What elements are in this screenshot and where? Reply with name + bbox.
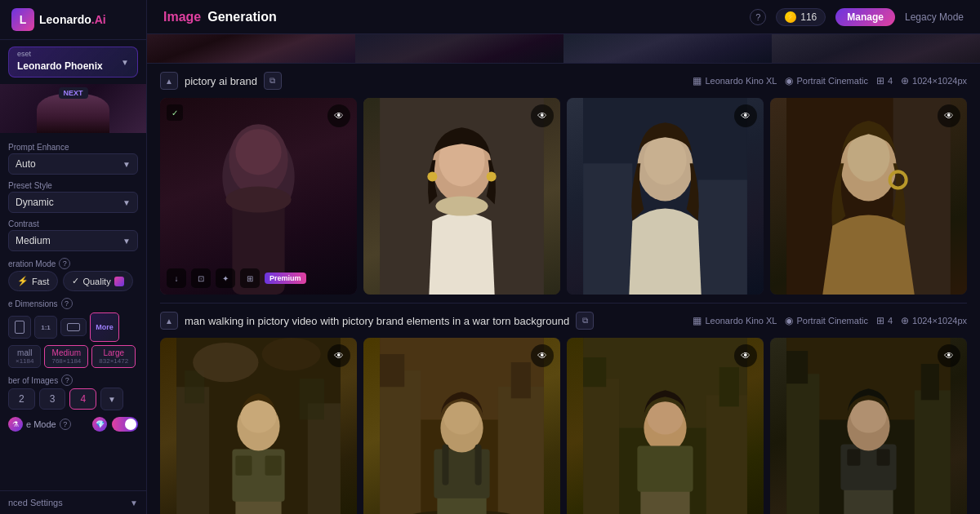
svg-rect-37 <box>380 354 404 387</box>
dims-value-2: 1024×1024px <box>912 316 967 326</box>
contrast-select[interactable]: Medium ▼ <box>8 230 138 251</box>
dim-landscape-button[interactable] <box>60 318 87 336</box>
dimension-icons-row: 1:1 More <box>8 312 138 342</box>
count-3-button[interactable]: 3 <box>39 388 66 410</box>
grid-tool-1[interactable]: ⊞ <box>240 268 260 288</box>
svg-rect-68 <box>877 450 890 466</box>
size-large-dim: 832×1472 <box>99 357 128 365</box>
size-medium-label: Medium <box>52 348 82 357</box>
size-medium-button[interactable]: Medium 768×1184 <box>44 345 88 368</box>
count-dropdown-button[interactable]: ▼ <box>100 388 123 410</box>
style-icon-2: ◉ <box>785 315 793 326</box>
dim-square-button[interactable]: 1:1 <box>34 316 57 339</box>
alchemy-info-icon[interactable]: ? <box>60 419 71 430</box>
dims-meta-1: ⊕ 1024×1024px <box>901 75 967 86</box>
generation-mode-label: eration Mode ? <box>8 258 138 269</box>
svg-rect-25 <box>300 379 324 419</box>
size-small-button[interactable]: mall ×1184 <box>8 345 41 368</box>
help-icon[interactable]: ? <box>750 9 766 25</box>
copy-button-2[interactable]: ⧉ <box>576 312 594 330</box>
prompt-text-1: pictory ai brand <box>185 75 257 87</box>
image-card-1-3[interactable]: 👁 <box>567 98 764 295</box>
style-name-1: Portrait Cinematic <box>796 76 867 86</box>
svg-point-8 <box>435 197 488 216</box>
count-2-button[interactable]: 2 <box>8 388 35 410</box>
svg-rect-56 <box>637 446 693 492</box>
svg-point-19 <box>847 132 889 181</box>
image-count-group: ber of Images ? 2 3 4 ▼ <box>8 374 138 410</box>
upvote-button-2[interactable]: ▲ <box>160 312 178 330</box>
token-badge: ⚡ 116 <box>776 8 826 26</box>
upvote-button-1[interactable]: ▲ <box>160 72 178 90</box>
copy-button-1[interactable]: ⧉ <box>264 72 282 90</box>
dims-icon-2: ⊕ <box>901 315 909 326</box>
alchemy-toggle[interactable] <box>112 417 138 432</box>
quality-mode-button[interactable]: ✓ Quality <box>63 271 132 291</box>
model-badge: NEXT <box>58 87 87 99</box>
download-tool-1[interactable]: ↓ <box>167 268 186 288</box>
preset-style-select[interactable]: Dynamic ▼ <box>8 192 138 213</box>
model-selector[interactable]: eset Leonardo Phoenix ▼ <box>8 47 138 78</box>
advanced-chevron-icon: ▼ <box>130 498 138 507</box>
logo-area: L Leonardo.Ai <box>0 0 146 40</box>
count-row: 2 3 4 ▼ <box>8 388 138 410</box>
image-card-1-1[interactable]: ✓ 👁 ↓ ⊡ ✦ ⊞ Premium <box>160 98 357 295</box>
gallery-header-right-1: ▦ Leonardo Kino XL ◉ Portrait Cinematic … <box>693 75 967 86</box>
crop-tool-1[interactable]: ⊡ <box>191 268 211 288</box>
image-card-2-1[interactable]: 👁 <box>160 338 357 514</box>
eye-button-7[interactable]: 👁 <box>734 344 757 367</box>
fast-mode-button[interactable]: ⚡ Fast <box>8 271 58 291</box>
svg-rect-60 <box>786 351 808 383</box>
header-title-word1: Image <box>163 10 201 24</box>
size-large-label: Large <box>103 348 124 357</box>
advanced-settings-toggle[interactable]: nced Settings ▼ <box>0 490 146 514</box>
svg-rect-45 <box>442 445 448 485</box>
dimensions-info-icon[interactable]: ? <box>61 298 73 309</box>
count-4-button[interactable]: 4 <box>69 388 96 410</box>
portrait-svg-4 <box>770 98 967 295</box>
contrast-group: Contrast Medium ▼ <box>8 219 138 251</box>
eye-button-8[interactable]: 👁 <box>938 344 960 367</box>
eye-button-1[interactable]: 👁 <box>327 104 350 127</box>
prompt-enhance-chevron: ▼ <box>122 160 131 169</box>
image-card-2-3[interactable]: 👁 <box>567 338 764 514</box>
eye-button-3[interactable]: 👁 <box>734 104 757 127</box>
svg-rect-31 <box>265 456 282 476</box>
eye-button-4[interactable]: 👁 <box>938 104 960 127</box>
image-card-1-4[interactable]: 👁 <box>770 98 967 295</box>
svg-point-26 <box>193 343 258 382</box>
size-options-row: mall ×1184 Medium 768×1184 Large 832×147… <box>8 345 138 368</box>
manage-button[interactable]: Manage <box>835 8 895 26</box>
generation-mode-info-icon[interactable]: ? <box>59 258 70 269</box>
logo-icon: L <box>11 8 34 31</box>
image-card-1-2[interactable]: 👁 <box>363 98 560 295</box>
generation-mode-row: ⚡ Fast ✓ Quality <box>8 271 138 291</box>
preset-style-value: Dynamic <box>16 197 54 208</box>
portrait-svg-2 <box>363 98 560 295</box>
size-small-label: mall <box>17 348 32 357</box>
eye-button-6[interactable]: 👁 <box>531 344 554 367</box>
model-name-1: Leonardo Kino XL <box>705 76 777 86</box>
image-grid-2: 👁 <box>160 338 967 514</box>
count-meta-2: ⊞ 4 <box>876 315 893 326</box>
dim-more-button[interactable]: More <box>90 312 119 342</box>
size-large-button[interactable]: Large 832×1472 <box>91 345 136 368</box>
gallery-header-right-2: ▦ Leonardo Kino XL ◉ Portrait Cinematic … <box>693 315 967 326</box>
prompt-enhance-select[interactable]: Auto ▼ <box>8 153 138 175</box>
legacy-mode-link[interactable]: Legacy Mode <box>905 11 964 23</box>
count-info-icon[interactable]: ? <box>61 374 73 386</box>
model-meta-2: ▦ Leonardo Kino XL <box>693 315 777 326</box>
star-tool-1[interactable]: ✦ <box>216 268 235 288</box>
image-check-1[interactable]: ✓ <box>167 104 183 121</box>
gallery-header-1: ▲ pictory ai brand ⧉ ▦ Leonardo Kino XL … <box>160 72 967 90</box>
eye-button-2[interactable]: 👁 <box>531 104 554 127</box>
svg-point-9 <box>427 171 437 181</box>
eye-button-5[interactable]: 👁 <box>327 344 350 367</box>
image-card-2-4[interactable]: 👁 <box>770 338 967 514</box>
dimensions-section: e Dimensions ? 1:1 More mall ×1184 <box>8 298 138 368</box>
style-meta-1: ◉ Portrait Cinematic <box>785 75 867 86</box>
dim-portrait-button[interactable] <box>8 316 31 339</box>
header-right: ? ⚡ 116 Manage Legacy Mode <box>750 8 964 26</box>
image-card-2-2[interactable]: 👁 <box>363 338 560 514</box>
overlay-tools-1: ↓ ⊡ ✦ ⊞ Premium <box>167 268 350 288</box>
